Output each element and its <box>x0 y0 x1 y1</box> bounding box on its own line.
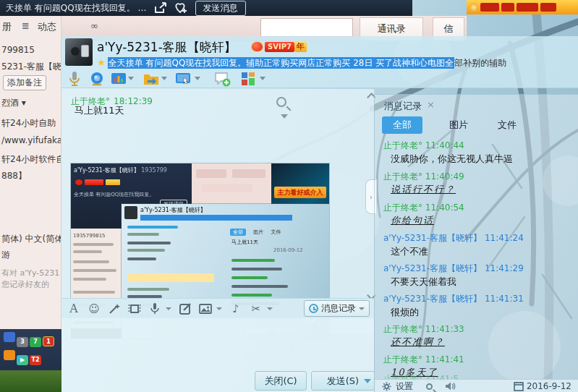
add-note-button[interactable]: 添加备注 <box>3 75 46 90</box>
settings-label[interactable]: 设置 <box>396 380 413 392</box>
shot-msg: 马上就11天 <box>231 239 258 246</box>
infinity-icon: ∞ <box>90 20 98 31</box>
magic-wand-icon[interactable] <box>106 302 122 316</box>
history-tab-all[interactable]: 全部 <box>382 116 422 134</box>
shot-date: 2016-09-12 <box>273 247 303 253</box>
app-box-icon[interactable] <box>239 70 257 88</box>
nav-album-fragment[interactable]: 册 <box>2 20 12 33</box>
history-dropdown[interactable] <box>359 307 365 310</box>
close-button[interactable]: 关闭(C) <box>255 371 307 391</box>
signature-fragment-3: 888】 <box>1 170 27 182</box>
signature-rest-text: 部补别的辅助 <box>454 57 506 69</box>
history-text: 说话行不行？ <box>391 183 456 196</box>
chat-header: a'Yy-5231-客服【晓轩】 SVIP7 年 ★全天接单 有问题QQ现在找我… <box>61 36 578 88</box>
language-fragment: 简体) 中文(简体 <box>1 233 61 245</box>
font-style-icon[interactable]: A <box>66 302 82 316</box>
promo-banner[interactable] <box>467 0 578 14</box>
screen-share-dropdown[interactable] <box>195 77 200 80</box>
signature-fragment-2: 轩24小时软件自 <box>1 153 61 166</box>
shot-tab-images: 图片 <box>253 229 263 235</box>
history-text: 很烦的 <box>391 306 419 319</box>
send-button-label: 发送(S) <box>327 375 359 386</box>
history-sender: 止于终老° 11:41:41 <box>383 354 464 366</box>
nav-feed[interactable]: 动态 <box>38 20 56 33</box>
chat-title: a'Yy-5231-客服【晓轩】 <box>97 39 237 56</box>
history-panel-title: 消息记录 <box>384 100 422 113</box>
app-box-dropdown[interactable] <box>260 77 265 80</box>
date-selector[interactable]: 2016-9-12 <box>514 381 571 391</box>
promo-art <box>480 3 499 12</box>
history-close-icon[interactable]: × <box>427 99 435 110</box>
voice-dropdown[interactable] <box>166 307 171 310</box>
message-text: 马上就11天 <box>75 104 124 117</box>
red-diamond-icon[interactable]: 1 <box>43 336 54 346</box>
year-vip-badge[interactable]: 年 <box>294 42 307 52</box>
screenshot-dropdown[interactable] <box>128 77 134 80</box>
search-icon[interactable] <box>426 383 433 390</box>
gear-icon[interactable] <box>382 382 391 391</box>
orange-badge-icon[interactable] <box>4 350 15 360</box>
avatar[interactable] <box>65 38 93 66</box>
image-options-caret[interactable] <box>281 114 288 119</box>
background-search-input[interactable] <box>260 18 353 37</box>
send-message-button[interactable]: 发送消息 <box>195 1 246 16</box>
scissors-dropdown[interactable] <box>267 307 273 310</box>
favorite-add-icon[interactable] <box>174 2 188 14</box>
send-options-caret[interactable] <box>364 379 371 383</box>
speaker-icon[interactable] <box>444 381 456 391</box>
history-sender: 止于终老° 11:40:44 <box>383 140 464 152</box>
history-tab-files[interactable]: 文件 <box>487 116 527 134</box>
star-icon: ★ <box>97 57 106 68</box>
file-transfer-dropdown[interactable] <box>161 77 167 80</box>
shot-uin: 1935799 <box>141 167 167 174</box>
history-sender: 止于终老° 11:40:49 <box>383 171 464 183</box>
list-icon: ≣ <box>22 20 30 31</box>
history-text: 不要天天催着我 <box>391 276 456 289</box>
play-badge-icon[interactable]: ▶ <box>17 355 28 365</box>
input-toolbar: A ☺ <box>61 298 374 318</box>
message-history-panel: 消息记录 × 全部 图片 文件 止于终老° 11:40:44 没威胁你，你这无视… <box>374 94 578 392</box>
screenshot-scissors-icon[interactable]: ✂ <box>248 302 264 316</box>
screenshot-tool-icon[interactable] <box>110 70 127 88</box>
green-diamond-icon[interactable]: 7 <box>30 337 41 347</box>
music-icon[interactable]: ♪ <box>228 302 244 316</box>
background-nav-row: 册 ≣ 动态 ∞ <box>0 20 246 36</box>
create-group-chat-icon[interactable] <box>213 70 231 88</box>
signature-url-fragment[interactable]: /www.yifufaka <box>1 135 61 145</box>
profile-signature-text: 天接单 有问题QQ现在找我回复。 … <box>6 2 147 14</box>
tip-fragment-1: 有对 a'Yy-5231 <box>1 268 59 278</box>
history-button-label: 消息记录 <box>321 302 356 315</box>
screen-share-icon[interactable] <box>174 70 192 88</box>
file-transfer-icon[interactable] <box>143 70 160 88</box>
clock-icon <box>309 304 318 313</box>
gray-diamond-icon[interactable]: 3 <box>17 337 28 347</box>
blue-diamond-icon[interactable] <box>4 332 15 342</box>
svip-level-badge[interactable]: SVIP7 <box>265 42 294 52</box>
send-image-icon[interactable] <box>197 302 213 316</box>
date-label: 2016-9-12 <box>527 381 571 391</box>
message-history-button[interactable]: 消息记录 <box>304 300 370 317</box>
voice-call-icon[interactable] <box>66 70 83 88</box>
share-icon[interactable] <box>154 2 167 14</box>
image-zoom-icon[interactable] <box>276 97 291 111</box>
history-sender: 止于终老° 11:40:54 <box>383 202 464 214</box>
screen: 799815 5231-客服【晓 添加备注 烈酒 ▾ 轩24小时自助 /www.… <box>0 0 578 392</box>
svip-face-icon[interactable] <box>251 41 263 52</box>
promo-art <box>540 3 556 12</box>
signature-selected-text: 全天接单 有问题QQ现在找我回复。辅助正常购买网店正常购买 28日 买了战神和心… <box>108 57 455 69</box>
history-sender: a'Yy-5231-客服【晓轩】 11:41:29 <box>383 263 524 275</box>
history-text: 这个不准 <box>391 245 428 258</box>
shot-title: a'Yy-5231-客服【晓轩】 <box>74 167 140 174</box>
calendar-icon <box>514 381 524 391</box>
t2-badge-icon[interactable]: T2 <box>30 355 41 365</box>
compose-icon[interactable] <box>177 302 193 316</box>
signature-row[interactable]: ★全天接单 有问题QQ现在找我回复。辅助正常购买网店正常购买 28日 买了战神和… <box>97 57 506 69</box>
voice-message-icon[interactable] <box>147 302 163 316</box>
emoticon-icon[interactable]: ☺ <box>86 302 102 316</box>
group-selector[interactable]: 烈酒 ▾ <box>1 97 26 109</box>
window-shake-icon[interactable] <box>127 302 143 316</box>
history-tab-images[interactable]: 图片 <box>438 116 479 134</box>
video-call-icon[interactable] <box>88 70 106 88</box>
shot-inner-title: a'Yy-5231-客服【晓轩】 <box>140 206 206 214</box>
image-dropdown[interactable] <box>216 307 222 310</box>
